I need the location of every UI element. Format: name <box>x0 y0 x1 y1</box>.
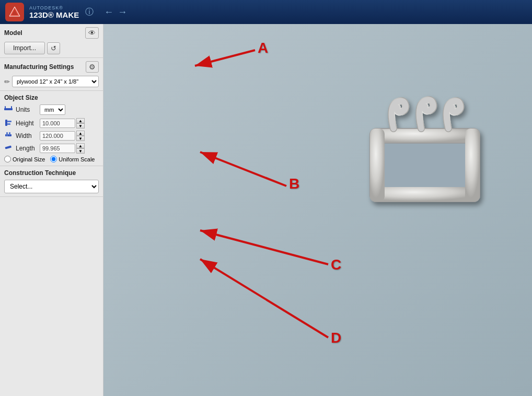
model-top: Model 👁 <box>4 27 99 39</box>
app-brand: AUTODESK® <box>29 5 79 10</box>
app-title-block: AUTODESK® 123D® MAKE <box>29 5 79 19</box>
annotation-b: B <box>289 176 299 192</box>
length-input[interactable] <box>40 144 75 153</box>
svg-line-16 <box>200 259 328 337</box>
original-size-radio[interactable] <box>4 156 11 162</box>
length-label: Length <box>16 145 40 152</box>
undo-button[interactable]: ← <box>104 7 113 18</box>
manuf-section: Manufacturing Settings ⚙ ✏ plywood 12" x… <box>0 58 103 91</box>
manuf-top: Manufacturing Settings ⚙ <box>4 61 99 73</box>
info-icon[interactable]: ⓘ <box>85 7 94 18</box>
refresh-button[interactable]: ↺ <box>47 42 60 54</box>
svg-rect-20 <box>370 187 480 202</box>
svg-line-15 <box>200 230 328 264</box>
svg-rect-18 <box>383 139 467 191</box>
annotation-c: C <box>331 257 341 273</box>
length-spinner: ▲ ▼ <box>76 143 85 154</box>
eye-button[interactable]: 👁 <box>85 27 99 39</box>
height-icon <box>4 119 14 129</box>
app-logo <box>5 3 24 21</box>
svg-rect-8 <box>5 134 11 136</box>
app-name: 123D® MAKE <box>29 10 79 19</box>
units-row: Units mm cm in ft <box>4 104 99 115</box>
length-up-button[interactable]: ▲ <box>76 143 85 148</box>
model-section: Model 👁 Import... ↺ <box>0 24 103 58</box>
manuf-label: Manufacturing Settings <box>4 63 74 71</box>
svg-rect-10 <box>9 132 10 135</box>
original-size-label: Original Size <box>13 156 45 162</box>
svg-rect-22 <box>465 129 480 202</box>
construction-dropdown[interactable]: Select... <box>4 180 99 193</box>
height-spinner: ▲ ▼ <box>76 118 85 129</box>
width-row: Width ▲ ▼ <box>4 131 99 141</box>
uniform-scale-radio[interactable] <box>50 156 57 162</box>
3d-object <box>344 76 501 233</box>
length-icon <box>4 144 14 154</box>
svg-rect-19 <box>370 129 480 143</box>
original-size-option[interactable]: Original Size <box>4 156 45 162</box>
height-up-button[interactable]: ▲ <box>76 118 85 123</box>
uniform-scale-option[interactable]: Uniform Scale <box>50 156 95 162</box>
svg-rect-5 <box>5 120 7 126</box>
width-icon <box>4 131 14 141</box>
svg-rect-21 <box>370 129 385 202</box>
annotation-a: A <box>258 40 268 56</box>
svg-line-14 <box>200 152 286 186</box>
manuf-dropdown[interactable]: plywood 12" x 24" x 1/8" <box>12 76 99 87</box>
length-down-button[interactable]: ▼ <box>76 148 85 154</box>
model-row2: Import... ↺ <box>4 42 99 54</box>
units-select[interactable]: mm cm in ft <box>40 104 65 115</box>
objsize-section: Object Size Units mm cm in ft <box>0 91 103 166</box>
main-layout: Model 👁 Import... ↺ Manufacturing Settin… <box>0 24 532 396</box>
width-label: Width <box>16 132 40 139</box>
manuf-row: ✏ plywood 12" x 24" x 1/8" <box>4 76 99 87</box>
redo-button[interactable]: → <box>118 7 127 18</box>
units-label: Units <box>16 106 40 113</box>
objsize-label: Object Size <box>4 94 99 101</box>
nav-buttons: ← → <box>104 7 127 18</box>
width-spinner: ▲ ▼ <box>76 131 85 141</box>
sidebar: Model 👁 Import... ↺ Manufacturing Settin… <box>0 24 103 396</box>
svg-rect-11 <box>5 145 11 149</box>
width-up-button[interactable]: ▲ <box>76 131 85 136</box>
settings-button[interactable]: ⚙ <box>86 61 99 73</box>
titlebar: AUTODESK® 123D® MAKE ⓘ ← → <box>0 0 532 24</box>
annotation-d: D <box>331 330 341 346</box>
units-icon <box>4 106 14 114</box>
import-button[interactable]: Import... <box>4 42 45 54</box>
width-input[interactable] <box>40 131 75 141</box>
svg-rect-4 <box>11 106 12 109</box>
width-down-button[interactable]: ▼ <box>76 136 85 141</box>
svg-line-13 <box>195 50 255 66</box>
height-label: Height <box>16 120 40 127</box>
canvas-area: A B C D <box>103 24 532 396</box>
construction-label: Construction Technique <box>4 169 99 177</box>
svg-rect-7 <box>7 123 10 125</box>
svg-rect-3 <box>5 106 6 109</box>
height-input[interactable] <box>40 119 75 128</box>
svg-rect-6 <box>7 121 11 122</box>
uniform-scale-label: Uniform Scale <box>59 156 95 162</box>
scale-row: Original Size Uniform Scale <box>4 156 99 162</box>
height-down-button[interactable]: ▼ <box>76 123 85 129</box>
model-label: Model <box>4 29 22 37</box>
length-row: Length ▲ ▼ <box>4 143 99 154</box>
height-row: Height ▲ ▼ <box>4 118 99 129</box>
svg-rect-9 <box>6 132 8 136</box>
pencil-icon: ✏ <box>4 78 10 86</box>
construction-section: Construction Technique Select... <box>0 166 103 197</box>
